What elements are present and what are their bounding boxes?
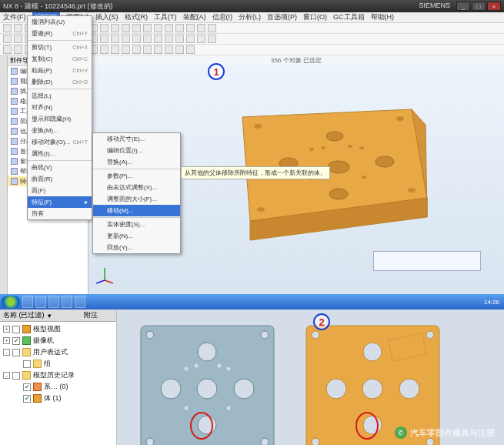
dropdown-item[interactable]: 撤消列表(U) bbox=[28, 16, 92, 28]
dropdown-item[interactable]: 所有 bbox=[28, 208, 92, 219]
toolbar-button[interactable] bbox=[132, 24, 141, 32]
toolbar-button[interactable] bbox=[186, 45, 195, 54]
toolbar-button[interactable] bbox=[3, 24, 12, 32]
toolbar-button[interactable] bbox=[143, 35, 152, 43]
submenu-item[interactable]: 更新(N)... bbox=[93, 230, 180, 242]
toolbar-button[interactable] bbox=[100, 45, 108, 54]
submenu-item[interactable]: 参数(P)... bbox=[93, 170, 180, 182]
menu-file[interactable]: 文件(F) bbox=[3, 12, 26, 22]
tree-row[interactable]: -模型历史记录 bbox=[2, 370, 115, 381]
toolbar-button[interactable] bbox=[132, 35, 141, 43]
toolbar-button[interactable] bbox=[14, 24, 22, 32]
toolbar-button[interactable] bbox=[100, 24, 108, 32]
taskbar-item[interactable] bbox=[22, 296, 33, 308]
tree-col-name[interactable]: 名称 (已过滤) bbox=[3, 310, 45, 320]
expand-icon[interactable]: + bbox=[3, 337, 10, 344]
tree-row[interactable]: -用户表达式 bbox=[2, 346, 115, 358]
toolbar-button[interactable] bbox=[165, 35, 173, 43]
dropdown-item[interactable]: 粘贴(P)Ctrl+V bbox=[28, 65, 92, 76]
dropdown-item[interactable]: 曲线(V) bbox=[28, 162, 92, 173]
expand-icon[interactable]: - bbox=[3, 372, 10, 379]
toolbar-button[interactable] bbox=[111, 35, 119, 43]
dropdown-item[interactable]: 删除(D)Ctrl+D bbox=[28, 76, 92, 88]
toolbar-button[interactable] bbox=[122, 45, 130, 54]
checkbox[interactable]: ✔ bbox=[23, 383, 31, 391]
checkbox[interactable]: ✔ bbox=[12, 337, 20, 345]
submenu-item[interactable]: 实体密度(S)... bbox=[93, 219, 180, 230]
submenu-item[interactable]: 调整面的大小(F)... bbox=[93, 193, 180, 205]
close-button[interactable]: × bbox=[487, 2, 501, 11]
dropdown-item[interactable]: 复制(C)Ctrl+C bbox=[28, 53, 92, 65]
menu-help[interactable]: 帮助(H) bbox=[371, 12, 395, 22]
dropdown-item[interactable]: 属性(I)... bbox=[28, 148, 92, 159]
toolbar-button[interactable] bbox=[186, 35, 195, 43]
dropdown-item[interactable]: 对齐(N) bbox=[28, 102, 92, 113]
menu-prefs[interactable]: 首选项(P) bbox=[267, 12, 297, 22]
toolbar-button[interactable] bbox=[208, 35, 216, 43]
resource-bar[interactable] bbox=[0, 55, 8, 294]
tree-row[interactable]: +✔摄像机 bbox=[2, 335, 115, 346]
toolbar-button[interactable] bbox=[154, 35, 162, 43]
submenu-item[interactable]: 移动(M)... bbox=[93, 205, 180, 216]
toolbar-button[interactable] bbox=[165, 24, 173, 32]
dropdown-item[interactable]: 特征(F)▸ bbox=[28, 196, 92, 208]
toolbar-button[interactable] bbox=[175, 45, 184, 54]
system-tray[interactable]: 14:26 bbox=[484, 299, 502, 306]
taskbar-item[interactable] bbox=[62, 296, 72, 308]
menu-analysis[interactable]: 分析(L) bbox=[239, 12, 261, 22]
menu-tools[interactable]: 工具(T) bbox=[154, 12, 177, 22]
compare-viewport[interactable]: 2 bbox=[117, 309, 504, 445]
dropdown-item[interactable]: 移动对象(O)...Ctrl+T bbox=[28, 136, 92, 148]
toolbar-button[interactable] bbox=[3, 45, 12, 54]
toolbar-button[interactable] bbox=[143, 24, 152, 32]
view-triad-icon[interactable] bbox=[95, 265, 115, 285]
tree-row[interactable]: 组 bbox=[2, 358, 115, 370]
taskbar-item[interactable] bbox=[35, 296, 46, 308]
toolbar-button[interactable] bbox=[100, 35, 108, 43]
tree-col-note[interactable]: 附注 bbox=[84, 310, 113, 320]
toolbar-button[interactable] bbox=[122, 24, 130, 32]
dropdown-item[interactable]: 曲面(R) bbox=[28, 173, 92, 185]
toolbar-button[interactable] bbox=[3, 35, 12, 43]
tree-row[interactable]: +模型视图 bbox=[2, 323, 115, 335]
checkbox[interactable] bbox=[12, 372, 20, 380]
toolbar-button[interactable] bbox=[165, 45, 173, 54]
dropdown-item[interactable]: 重做(R)Ctrl+Y bbox=[28, 28, 92, 39]
dropdown-item[interactable]: 变换(M)... bbox=[28, 125, 92, 136]
taskbar-item[interactable] bbox=[75, 296, 85, 308]
taskbar-item[interactable] bbox=[48, 296, 59, 308]
toolbar-button[interactable] bbox=[197, 35, 205, 43]
checkbox[interactable] bbox=[12, 326, 20, 333]
minimize-button[interactable]: _ bbox=[456, 2, 470, 11]
tree-row[interactable]: ✔体 (1) bbox=[2, 393, 115, 404]
toolbar-button[interactable] bbox=[175, 24, 184, 32]
toolbar-button[interactable] bbox=[132, 45, 141, 54]
checkbox[interactable] bbox=[12, 349, 20, 356]
menu-assemblies[interactable]: 装配(A) bbox=[183, 12, 206, 22]
submenu-item[interactable]: 编辑位置(I)... bbox=[93, 145, 180, 156]
toolbar-button[interactable] bbox=[186, 24, 195, 32]
maximize-button[interactable]: □ bbox=[472, 2, 486, 11]
toolbar-button[interactable] bbox=[14, 45, 22, 54]
checkbox[interactable] bbox=[23, 360, 31, 368]
toolbar-button[interactable] bbox=[175, 35, 184, 43]
start-button[interactable] bbox=[2, 296, 20, 308]
submenu-item[interactable]: 回放(Y)... bbox=[93, 242, 180, 253]
checkbox[interactable]: ✔ bbox=[23, 395, 31, 403]
toolbar-button[interactable] bbox=[143, 45, 152, 54]
toolbar-button[interactable] bbox=[197, 24, 205, 32]
menu-gctool[interactable]: GC工具箱 bbox=[333, 12, 365, 22]
menu-window[interactable]: 窗口(O) bbox=[303, 12, 327, 22]
menu-insert[interactable]: 插入(S) bbox=[95, 12, 118, 22]
toolbar-button[interactable] bbox=[208, 24, 216, 32]
submenu-item[interactable]: 由表达式调整(X)... bbox=[93, 182, 180, 193]
submenu-item[interactable]: 移动尺寸(E)... bbox=[93, 133, 180, 145]
dropdown-item[interactable]: 剪切(T)Ctrl+X bbox=[28, 42, 92, 53]
submenu-item[interactable]: 替换(A)... bbox=[93, 156, 180, 168]
dropdown-item[interactable]: 面(F) bbox=[28, 185, 92, 196]
toolbar-button[interactable] bbox=[111, 24, 119, 32]
dropdown-item[interactable]: 选择(L) bbox=[28, 90, 92, 102]
menu-format[interactable]: 格式(R) bbox=[125, 12, 149, 22]
tree-row[interactable]: ✔系… (0) bbox=[2, 381, 115, 393]
toolbar-button[interactable] bbox=[122, 35, 130, 43]
